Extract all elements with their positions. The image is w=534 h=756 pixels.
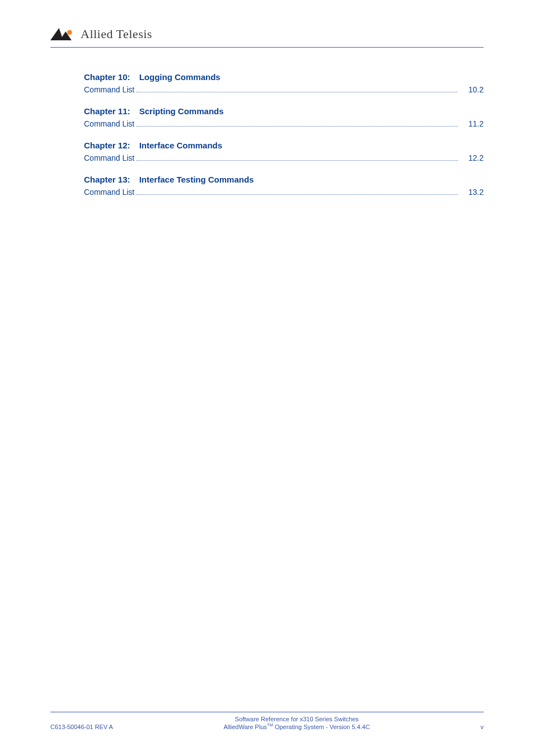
toc-chapter-number: Chapter 12: bbox=[84, 141, 130, 150]
footer-doc-id: C613-50046-01 REV A bbox=[50, 724, 113, 730]
toc-chapter-title: Logging Commands bbox=[139, 72, 221, 82]
toc-chapter-title: Interface Commands bbox=[139, 141, 222, 150]
toc-section: Chapter 12: Interface Commands Command L… bbox=[84, 141, 484, 162]
footer-row: C613-50046-01 REV A Software Reference f… bbox=[50, 716, 484, 730]
header-divider bbox=[50, 47, 484, 48]
toc-entry-label: Command List bbox=[84, 119, 134, 128]
toc-entry-page: 10.2 bbox=[460, 85, 484, 94]
toc-leader bbox=[137, 190, 458, 195]
toc-section: Chapter 10: Logging Commands Command Lis… bbox=[84, 72, 484, 94]
toc-entry-label: Command List bbox=[84, 153, 134, 162]
table-of-contents: Chapter 10: Logging Commands Command Lis… bbox=[84, 72, 484, 197]
page-footer: C613-50046-01 REV A Software Reference f… bbox=[50, 712, 484, 730]
footer-divider bbox=[50, 712, 484, 712]
footer-title-line2: AlliedWare PlusTM Operating System - Ver… bbox=[113, 722, 481, 730]
toc-entry[interactable]: Command List 10.2 bbox=[84, 85, 484, 94]
toc-chapter-number: Chapter 13: bbox=[84, 175, 130, 184]
brand-name: Allied Telesis bbox=[81, 27, 152, 41]
toc-leader bbox=[137, 122, 458, 127]
toc-entry[interactable]: Command List 12.2 bbox=[84, 153, 484, 162]
brand-header: Allied Telesis bbox=[50, 27, 484, 41]
toc-chapter-number: Chapter 10: bbox=[84, 72, 130, 82]
toc-chapter-heading[interactable]: Chapter 12: Interface Commands bbox=[84, 141, 484, 150]
toc-entry[interactable]: Command List 11.2 bbox=[84, 119, 484, 128]
svg-point-2 bbox=[67, 30, 72, 35]
allied-telesis-logo-icon bbox=[50, 28, 75, 40]
toc-entry-page: 11.2 bbox=[460, 119, 484, 128]
toc-chapter-title: Interface Testing Commands bbox=[139, 175, 254, 184]
footer-product-prefix: AlliedWare Plus bbox=[224, 724, 267, 730]
page: Allied Telesis Chapter 10: Logging Comma… bbox=[0, 0, 534, 756]
toc-entry[interactable]: Command List 13.2 bbox=[84, 188, 484, 197]
trademark-icon: TM bbox=[267, 722, 273, 727]
footer-page-number: v bbox=[481, 724, 484, 730]
footer-title-line1: Software Reference for x310 Series Switc… bbox=[113, 716, 481, 722]
toc-leader bbox=[137, 156, 458, 161]
toc-entry-label: Command List bbox=[84, 188, 134, 197]
toc-chapter-heading[interactable]: Chapter 11: Scripting Commands bbox=[84, 106, 484, 116]
toc-entry-page: 12.2 bbox=[460, 153, 484, 162]
toc-chapter-number: Chapter 11: bbox=[84, 106, 130, 116]
toc-chapter-heading[interactable]: Chapter 13: Interface Testing Commands bbox=[84, 175, 484, 184]
toc-chapter-heading[interactable]: Chapter 10: Logging Commands bbox=[84, 72, 484, 82]
toc-section: Chapter 11: Scripting Commands Command L… bbox=[84, 106, 484, 128]
toc-chapter-title: Scripting Commands bbox=[139, 106, 224, 116]
footer-center: Software Reference for x310 Series Switc… bbox=[113, 716, 481, 730]
toc-entry-page: 13.2 bbox=[460, 188, 484, 197]
footer-product-suffix: Operating System - Version 5.4.4C bbox=[273, 724, 370, 730]
toc-section: Chapter 13: Interface Testing Commands C… bbox=[84, 175, 484, 197]
toc-leader bbox=[137, 88, 458, 92]
toc-entry-label: Command List bbox=[84, 85, 134, 94]
